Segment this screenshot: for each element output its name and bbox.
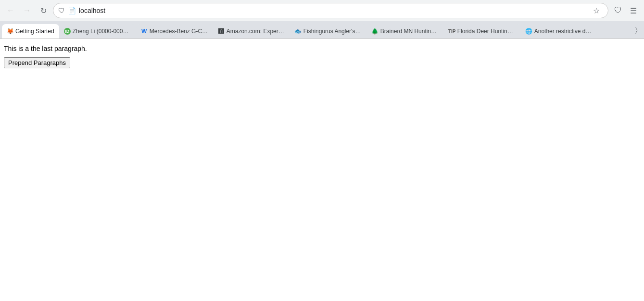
tab-favicon-brainerd: 🌲 (372, 28, 379, 35)
menu-button[interactable]: ☰ (627, 4, 640, 17)
tab-mercedes[interactable]: W Mercedes-Benz G-Clas... (136, 24, 213, 38)
tab-zheng-li[interactable]: ID Zheng Li (0000-0002-3... (59, 24, 136, 38)
forward-button[interactable]: → (20, 4, 34, 17)
shield-toolbar-button[interactable]: 🛡 (611, 4, 625, 17)
back-button[interactable]: ← (4, 4, 17, 17)
address-input[interactable] (79, 7, 587, 14)
tab-label-amazon: Amazon.com: ExpertP... (227, 28, 285, 35)
tab-amazon[interactable]: 🅰 Amazon.com: ExpertP... (213, 24, 290, 38)
tab-label-mercedes: Mercedes-Benz G-Clas... (150, 28, 208, 35)
page-content: This is a the last paragraph. Prepend Pa… (0, 39, 644, 301)
tab-florida-deer[interactable]: TIP Florida Deer Hunting S... (444, 24, 521, 38)
tab-label-another-restrictive: Another restrictive dee... (534, 28, 593, 35)
tab-fishingurus[interactable]: 🐟 Fishingurus Angler's I... (290, 24, 367, 38)
last-paragraph: This is a the last paragraph. (4, 45, 640, 52)
toolbar-right: 🛡 ☰ (611, 4, 640, 17)
tabs-bar: 🦊 Getting Started ID Zheng Li (0000-0002… (0, 21, 644, 38)
bookmark-button[interactable]: ☆ (590, 4, 603, 17)
tab-label-getting-started: Getting Started (15, 28, 54, 35)
reload-button[interactable]: ↻ (37, 4, 50, 17)
address-bar: 🛡 📄 ☆ (53, 3, 608, 18)
tab-favicon-zheng-li: ID (64, 28, 71, 35)
toolbar: ← → ↻ 🛡 📄 ☆ 🛡 ☰ (0, 0, 644, 21)
tab-brainerd[interactable]: 🌲 Brainerd MN Hunting ... (367, 24, 444, 38)
tab-favicon-amazon: 🅰 (218, 28, 225, 35)
tab-getting-started[interactable]: 🦊 Getting Started (2, 24, 59, 38)
prepend-paragraphs-button[interactable]: Prepend Paragraphs (4, 57, 70, 68)
tab-favicon-mercedes: W (141, 28, 148, 35)
tab-label-fishingurus: Fishingurus Angler's I... (303, 28, 362, 35)
page-icon: 📄 (68, 7, 76, 14)
tab-label-florida-deer: Florida Deer Hunting S... (457, 28, 516, 35)
tab-label-zheng-li: Zheng Li (0000-0002-3... (73, 28, 131, 35)
tab-favicon-another-restrictive: 🌐 (526, 28, 532, 35)
tabs-scroll-button[interactable]: 〉 (631, 24, 642, 36)
tab-favicon-getting-started: 🦊 (7, 28, 13, 35)
browser-chrome: ← → ↻ 🛡 📄 ☆ 🛡 ☰ 🦊 Getting Started ID Zhe… (0, 0, 644, 39)
tab-favicon-florida-deer: TIP (449, 28, 455, 35)
tab-another-restrictive[interactable]: 🌐 Another restrictive dee... (521, 24, 598, 38)
shield-icon: 🛡 (58, 7, 65, 14)
tab-favicon-fishingurus: 🐟 (295, 28, 302, 35)
tab-label-brainerd: Brainerd MN Hunting ... (380, 28, 439, 35)
